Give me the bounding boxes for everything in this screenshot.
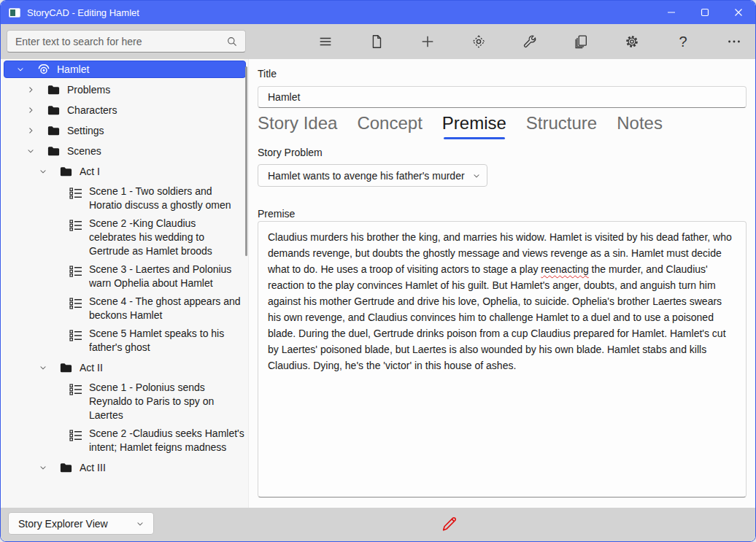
tree-scrollbar[interactable] [245,66,247,256]
tree-item-act-2[interactable]: Act II [1,359,248,376]
tree-item-act1-scene-4[interactable]: Scene 4 - The ghost appears and beckons … [1,295,248,322]
wrench-icon [522,34,538,50]
settings-button[interactable] [622,32,641,51]
tree-item-scenes[interactable]: Scenes [1,142,248,160]
close-button[interactable] [722,1,755,24]
tree-item-act2-scene-2[interactable]: Scene 2 -Claudius seeks Hamlet's intent;… [1,427,248,454]
tools-button[interactable] [520,32,539,51]
app-window: StoryCAD - Editing Hamlet [0,0,756,542]
tree-item-label: Act I [80,165,103,179]
tab-story-idea[interactable]: Story Idea [258,113,337,139]
chevron-right-icon[interactable] [25,126,36,135]
tree-item-label: Scene 5 Hamlet speaks to his father's gh… [89,327,248,355]
edit-status-button[interactable] [438,511,460,535]
more-button[interactable] [725,32,744,51]
window-title: StoryCAD - Editing Hamlet [27,7,139,18]
folder-icon [47,124,61,138]
chevron-down-icon[interactable] [37,463,49,472]
tree-item-problems[interactable]: Problems [1,81,248,98]
chevron-down-icon[interactable] [37,363,49,372]
tree-item-label: Settings [67,124,107,138]
tree-item-settings[interactable]: Settings [1,122,248,139]
tree-item-label: Act III [80,461,109,475]
gear-icon [624,34,640,50]
chevron-down-icon[interactable] [37,167,49,176]
chevron-right-icon[interactable] [25,85,36,94]
tree-item-label: Scene 1 - Polonius sends Reynaldo to Par… [89,381,248,422]
tab-structure[interactable]: Structure [526,113,597,139]
app-icon [9,8,20,18]
tree-item-label: Scene 2 -King Claudius celebrates his we… [89,217,248,258]
folder-icon [47,144,61,158]
maximize-button[interactable] [688,1,722,24]
plus-icon [420,34,436,50]
folder-icon [47,104,61,117]
view-selector[interactable]: Story Explorer View [8,512,154,535]
folder-icon [47,83,61,97]
new-document-button[interactable] [367,32,386,51]
scene-list-icon [69,186,83,201]
tree-item-act-1[interactable]: Act I [1,163,248,180]
tree-item-act1-scene-3[interactable]: Scene 3 - Laertes and Polonius warn Ophe… [1,263,248,290]
chevron-down-icon[interactable] [15,65,26,74]
tree-item-label: Scenes [67,144,104,158]
tree-item-label: Act II [80,361,106,375]
title-bar: StoryCAD - Editing Hamlet [1,1,755,24]
story-problem-value: Hamlet wants to avenge his father's murd… [258,170,465,182]
ellipsis-icon [726,34,742,50]
tree-item-characters[interactable]: Characters [1,101,248,119]
tree-item-act1-scene-2[interactable]: Scene 2 -King Claudius celebrates his we… [1,217,248,258]
status-bar: Story Explorer View [1,508,755,542]
move-icon [471,34,487,50]
tree-item-label: Scene 2 -Claudius seeks Hamlet's intent;… [89,427,248,454]
document-icon [369,34,385,50]
folder-icon [59,361,74,375]
tab-concept[interactable]: Concept [357,113,422,139]
story-overview-icon [36,62,51,77]
help-icon: ? [679,34,687,50]
move-button[interactable] [469,32,488,51]
add-button[interactable] [418,32,437,51]
view-selector-value: Story Explorer View [9,518,128,530]
editor-pane: Title Story Idea Concept Premise Structu… [249,59,756,508]
tab-notes[interactable]: Notes [617,113,663,139]
menu-button[interactable] [316,32,335,51]
chevron-right-icon[interactable] [25,106,36,115]
chevron-down-icon[interactable] [25,147,36,155]
tree-item-label: Characters [67,104,120,117]
minimize-icon [667,8,676,17]
story-problem-label: Story Problem [258,147,323,158]
premise-text: the murder, and Claudius' reaction to th… [268,263,726,371]
tree-item-hamlet[interactable]: Hamlet [4,61,246,78]
toolbar-buttons: ? [316,24,751,59]
premise-textarea[interactable]: Claudius murders his brother the king, a… [258,221,747,498]
help-button[interactable]: ? [674,32,693,51]
window-controls [655,1,755,24]
tree-item-act2-scene-1[interactable]: Scene 1 - Polonius sends Reynaldo to Par… [1,381,248,422]
folder-icon [59,165,74,179]
story-problem-select[interactable]: Hamlet wants to avenge his father's murd… [258,164,487,187]
chevron-down-icon [136,519,144,528]
scene-list-icon [69,328,83,343]
chevron-down-icon [472,171,481,180]
search-box[interactable] [7,30,246,53]
tree-item-label: Problems [67,83,113,97]
close-icon [734,8,743,17]
scene-list-icon [69,382,83,397]
premise-label: Premise [258,208,295,220]
pencil-icon [439,513,458,533]
search-icon[interactable] [226,36,238,47]
tree-item-act1-scene-1[interactable]: Scene 1 - Two soldiers and Horatio discu… [1,185,248,212]
tree-item-label: Scene 4 - The ghost appears and beckons … [89,295,248,322]
title-input[interactable] [258,86,747,108]
scene-list-icon [69,218,83,233]
tree-item-act-3[interactable]: Act III [1,459,248,476]
copy-button[interactable] [571,32,590,51]
tree-item-act1-scene-5[interactable]: Scene 5 Hamlet speaks to his father's gh… [1,327,248,355]
tree-item-label: Scene 1 - Two soldiers and Horatio discu… [89,185,248,212]
tab-premise[interactable]: Premise [442,113,506,139]
search-input[interactable] [7,36,226,47]
tree-item-label: Hamlet [57,63,92,77]
tab-strip: Story Idea Concept Premise Structure Not… [258,113,663,139]
minimize-button[interactable] [655,1,688,24]
